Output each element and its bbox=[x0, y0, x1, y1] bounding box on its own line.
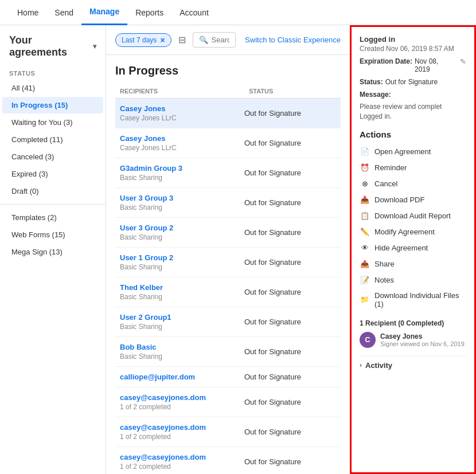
action-item-edit[interactable]: ✏️ Modify Agreement bbox=[360, 224, 466, 240]
nav-item-reports[interactable]: Reports bbox=[127, 0, 171, 25]
sidebar-item-completed-11[interactable]: Completed (11) bbox=[2, 131, 103, 148]
sidebar-item-web-forms-15[interactable]: Web Forms (15) bbox=[2, 226, 103, 243]
row-sub-7: Basic Sharing bbox=[120, 323, 244, 331]
filter-icon[interactable]: ⊟ bbox=[176, 32, 188, 48]
section-title: In Progress bbox=[115, 64, 341, 77]
row-sub-12: 1 of 2 completed bbox=[120, 463, 244, 471]
row-name-12: casey@caseyjones.dom bbox=[120, 453, 244, 461]
sidebar-item-in-progress-15[interactable]: In Progress (15) bbox=[2, 97, 103, 113]
nav-item-send[interactable]: Send bbox=[46, 0, 81, 25]
table-row[interactable]: Casey Jones Casey Jones LLrC Out for Sig… bbox=[115, 128, 341, 158]
row-left-4: User 3 Group 2 Basic Sharing bbox=[120, 224, 244, 241]
actions-title: Actions bbox=[360, 130, 466, 139]
row-status-9: Out for Signature bbox=[244, 373, 336, 381]
row-left-11: casey@caseyjones.dom 1 of 2 completed bbox=[120, 423, 244, 441]
search-input[interactable] bbox=[212, 36, 230, 44]
row-status-3: Out for Signature bbox=[244, 198, 336, 207]
status-section-label: STATUS bbox=[0, 65, 106, 79]
sidebar-item-canceled-3[interactable]: Canceled (3) bbox=[2, 148, 103, 165]
cancel-icon: ⊗ bbox=[360, 179, 370, 189]
col-recipients-header: RECIPIENTS bbox=[115, 88, 249, 95]
row-name-8: Bob Basic bbox=[120, 343, 244, 351]
sidebar-item-templates-2[interactable]: Templates (2) bbox=[2, 209, 103, 226]
nav-item-home[interactable]: Home bbox=[9, 0, 46, 25]
action-item-hide[interactable]: 👁 Hide Agreement bbox=[360, 240, 466, 256]
edit-expiration-icon[interactable]: ✎ bbox=[460, 57, 466, 66]
row-status-12: Out for Signature bbox=[244, 457, 336, 466]
hide-icon: 👁 bbox=[360, 243, 370, 253]
row-name-4: User 3 Group 2 bbox=[120, 224, 244, 232]
row-name-2: G3admin Group 3 bbox=[120, 164, 244, 173]
chevron-right-icon: › bbox=[360, 361, 362, 369]
action-item-doc[interactable]: 📄 Open Agreement bbox=[360, 144, 466, 160]
panel-logged-in-label: Logged in bbox=[360, 35, 466, 44]
action-item-cancel[interactable]: ⊗ Cancel bbox=[360, 176, 466, 192]
row-sub-8: Basic Sharing bbox=[120, 352, 244, 361]
doc-icon: 📄 bbox=[360, 147, 370, 157]
nav-item-account[interactable]: Account bbox=[171, 0, 217, 25]
action-label-0: Open Agreement bbox=[374, 147, 431, 156]
panel-created-label: Created Nov 06, 2019 8:57 AM bbox=[360, 45, 466, 53]
action-item-notes[interactable]: 📝 Notes bbox=[360, 272, 466, 288]
switch-classic-link[interactable]: Switch to Classic Experience bbox=[245, 36, 341, 44]
panel-recipients-section: 1 Recipient (0 Completed) C Casey Jones … bbox=[360, 319, 466, 348]
table-rows: Casey Jones Casey Jones LLrC Out for Sig… bbox=[115, 99, 341, 474]
activity-row[interactable]: › Activity bbox=[360, 356, 466, 374]
table-row[interactable]: Thed Kelber Basic Sharing Out for Signat… bbox=[115, 277, 341, 307]
row-sub-3: Basic Sharing bbox=[120, 203, 244, 211]
row-sub-5: Basic Sharing bbox=[120, 263, 244, 271]
table-row[interactable]: User 3 Group 3 Basic Sharing Out for Sig… bbox=[115, 188, 341, 218]
sidebar-item-waiting-for-you-3[interactable]: Waiting for You (3) bbox=[2, 114, 103, 131]
expiration-value: Nov 08, 2019 bbox=[415, 57, 455, 73]
table-row[interactable]: User 1 Group 2 Basic Sharing Out for Sig… bbox=[115, 248, 341, 277]
row-status-7: Out for Signature bbox=[244, 318, 336, 326]
panel-logged-in-section: Logged in Created Nov 06, 2019 8:57 AM E… bbox=[360, 35, 466, 122]
sidebar-item-draft-0[interactable]: Draft (0) bbox=[2, 183, 103, 199]
your-agreements-label: Your agreements bbox=[9, 34, 89, 58]
table-row[interactable]: User 2 Group1 Basic Sharing Out for Sign… bbox=[115, 307, 341, 337]
download-icon: 📥 bbox=[360, 195, 370, 205]
nav-item-manage[interactable]: Manage bbox=[81, 0, 127, 25]
table-row[interactable]: Bob Basic Basic Sharing Out for Signatur… bbox=[115, 337, 341, 367]
table-row[interactable]: G3admin Group 3 Basic Sharing Out for Si… bbox=[115, 158, 341, 188]
panel-expiration-field: Expiration Date: Nov 08, 2019 ✎ bbox=[360, 57, 466, 73]
row-sub-1: Casey Jones LLrC bbox=[120, 144, 244, 152]
row-left-12: casey@caseyjones.dom 1 of 2 completed bbox=[120, 453, 244, 471]
table-row[interactable]: User 3 Group 2 Basic Sharing Out for Sig… bbox=[115, 218, 341, 248]
filter-chip-close-icon[interactable]: × bbox=[160, 36, 165, 45]
sidebar-item-expired-3[interactable]: Expired (3) bbox=[2, 166, 103, 182]
search-box[interactable]: 🔍 bbox=[193, 32, 236, 48]
sidebar-item-mega-sign-13[interactable]: Mega Sign (13) bbox=[2, 244, 103, 260]
action-item-files[interactable]: 📁 Download Individual Files (1) bbox=[360, 288, 466, 311]
audit-icon: 📋 bbox=[360, 211, 370, 221]
files-icon: 📁 bbox=[360, 295, 370, 305]
action-item-clock[interactable]: ⏰ Reminder bbox=[360, 160, 466, 176]
panel-message-field: Message: bbox=[360, 91, 466, 99]
row-sub-6: Basic Sharing bbox=[120, 293, 244, 301]
action-label-5: Modify Agreement bbox=[374, 228, 435, 236]
row-sub-0: Casey Jones LLrC bbox=[120, 114, 244, 122]
sidebar-item-all-41[interactable]: All (41) bbox=[2, 80, 103, 96]
action-item-share[interactable]: 📤 Share bbox=[360, 256, 466, 272]
table-row[interactable]: casey@caseyjones.dom 1 of 2 completed Ou… bbox=[115, 387, 341, 417]
action-item-download[interactable]: 📥 Download PDF bbox=[360, 192, 466, 208]
filter-chip-label: Last 7 days bbox=[122, 36, 157, 44]
row-status-8: Out for Signature bbox=[244, 347, 336, 356]
action-label-7: Share bbox=[374, 260, 395, 268]
your-agreements-heading[interactable]: Your agreements ▾ bbox=[0, 34, 106, 65]
row-name-5: User 1 Group 2 bbox=[120, 253, 244, 262]
row-status-4: Out for Signature bbox=[244, 228, 336, 237]
sidebar-divider bbox=[0, 204, 106, 205]
table-row[interactable]: casey@caseyjones.dom 1 of 2 completed Ou… bbox=[115, 417, 341, 447]
sidebar: Your agreements ▾ STATUS All (41)In Prog… bbox=[0, 25, 106, 474]
table-row[interactable]: casey@caseyjones.dom 1 of 2 completed Ou… bbox=[115, 447, 341, 474]
row-name-6: Thed Kelber bbox=[120, 283, 244, 292]
action-label-9: Download Individual Files (1) bbox=[374, 291, 466, 308]
action-label-1: Reminder bbox=[374, 163, 407, 172]
row-left-5: User 1 Group 2 Basic Sharing bbox=[120, 253, 244, 271]
action-item-audit[interactable]: 📋 Download Audit Report bbox=[360, 208, 466, 224]
table-row[interactable]: Casey Jones Casey Jones LLrC Out for Sig… bbox=[115, 99, 341, 128]
table-row[interactable]: calliope@jupiter.dom Out for Signature bbox=[115, 367, 341, 387]
right-panel: Logged in Created Nov 06, 2019 8:57 AM E… bbox=[350, 25, 476, 474]
filter-chip[interactable]: Last 7 days × bbox=[115, 33, 171, 47]
